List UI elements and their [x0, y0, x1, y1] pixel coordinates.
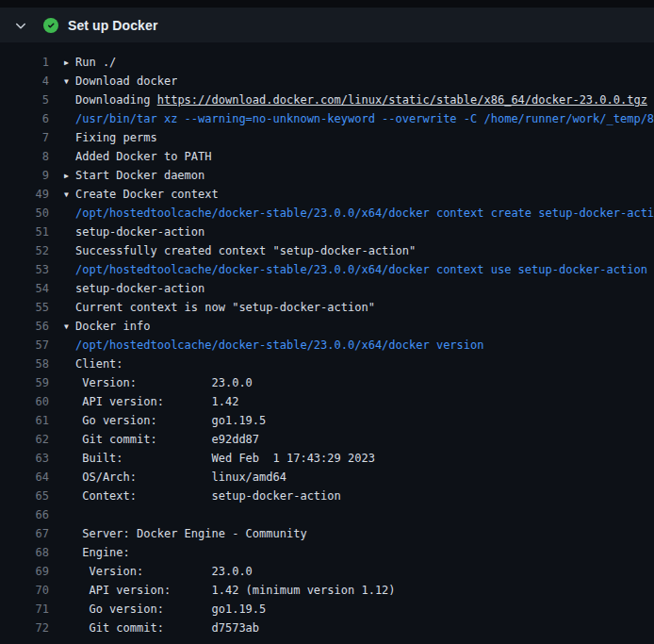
line-number[interactable]: 55 [0, 298, 49, 317]
log-text: Successfully created context "setup-dock… [49, 241, 416, 260]
log-line[interactable]: 1▶Run ./ [0, 53, 654, 72]
log-text: Built: Wed Feb 1 17:43:29 2023 [49, 449, 375, 468]
log-group-header: ▼Download docker [49, 72, 177, 91]
log-text: setup-docker-action [49, 223, 204, 241]
line-number[interactable]: 58 [0, 355, 49, 373]
line-number[interactable]: 53 [0, 260, 49, 279]
log-line[interactable]: 4▼Download docker [0, 72, 654, 91]
line-number[interactable]: 54 [0, 279, 49, 298]
log-line: 58Client: [0, 355, 654, 373]
line-number[interactable]: 9 [0, 166, 49, 185]
log-text: Server: Docker Engine - Community [49, 524, 307, 543]
log-text: API version: 1.42 (minimum version 1.12) [49, 581, 396, 600]
log-group-label: Start Docker daemon [75, 169, 204, 182]
line-number[interactable]: 7 [0, 128, 49, 147]
log-text: Context: setup-docker-action [49, 487, 341, 505]
log-text: Downloading https://download.docker.com/… [49, 91, 647, 109]
log-line: 55Current context is now "setup-docker-a… [0, 298, 654, 317]
chevron-down-icon[interactable] [13, 18, 28, 33]
log-line: 6/usr/bin/tar xz --warning=no-unknown-ke… [0, 109, 654, 128]
log-lines: 1▶Run ./4▼Download docker5Downloading ht… [0, 42, 654, 644]
log-line: 61 Go version: go1.19.5 [0, 411, 654, 430]
line-number[interactable]: 4 [0, 72, 49, 91]
group-expanded-icon: ▼ [64, 186, 75, 204]
line-number[interactable]: 71 [0, 600, 49, 619]
line-number[interactable]: 65 [0, 487, 49, 505]
step-title: Set up Docker [68, 18, 157, 33]
log-text: Fixing perms [49, 128, 157, 147]
line-number[interactable]: 1 [0, 53, 49, 72]
log-line: 57/opt/hostedtoolcache/docker-stable/23.… [0, 336, 654, 355]
log-text: Git commit: d7573ab [49, 619, 259, 637]
log-line: 8Added Docker to PATH [0, 147, 654, 166]
line-number[interactable]: 8 [0, 147, 49, 166]
log-text: Engine: [49, 543, 130, 562]
log-text: Version: 23.0.0 [49, 373, 253, 392]
group-expanded-icon: ▼ [64, 318, 75, 336]
log-line: 54setup-docker-action [0, 279, 654, 298]
log-group-header: ▶Run ./ [49, 53, 116, 72]
log-command-text: /opt/hostedtoolcache/docker-stable/23.0.… [49, 204, 654, 223]
line-number[interactable]: 67 [0, 524, 49, 543]
log-line: 69 Version: 23.0.0 [0, 562, 654, 581]
log-text: Go version: go1.19.5 [49, 411, 266, 430]
log-line: 63 Built: Wed Feb 1 17:43:29 2023 [0, 449, 654, 468]
log-line: 65 Context: setup-docker-action [0, 487, 654, 505]
log-line: 70 API version: 1.42 (minimum version 1.… [0, 581, 654, 600]
log-line: 53/opt/hostedtoolcache/docker-stable/23.… [0, 260, 654, 279]
log-line: 68 Engine: [0, 543, 654, 562]
step-header[interactable]: Set up Docker [0, 8, 654, 42]
log-text: Go version: go1.19.5 [49, 600, 266, 619]
log-group-header: ▶Start Docker daemon [49, 166, 204, 185]
line-number[interactable]: 66 [0, 505, 49, 524]
log-text [49, 505, 75, 524]
log-text: setup-docker-action [49, 279, 204, 298]
line-number[interactable]: 56 [0, 317, 49, 336]
top-strip [0, 0, 654, 8]
log-line[interactable]: 49▼Create Docker context [0, 185, 654, 204]
log-command-text: /opt/hostedtoolcache/docker-stable/23.0.… [49, 260, 647, 279]
line-number[interactable]: 50 [0, 204, 49, 223]
log-line: 64 OS/Arch: linux/amd64 [0, 468, 654, 487]
log-text: Current context is now "setup-docker-act… [49, 298, 375, 317]
group-expanded-icon: ▼ [64, 73, 75, 91]
check-circle-success-icon [43, 18, 58, 33]
log-text: Version: 23.0.0 [49, 562, 253, 581]
log-command-text: /usr/bin/tar xz --warning=no-unknown-key… [49, 109, 654, 128]
group-collapsed-icon: ▶ [64, 167, 75, 185]
log-line: 62 Git commit: e92dd87 [0, 430, 654, 449]
log-line[interactable]: 56▼Docker info [0, 317, 654, 336]
log-line: 52Successfully created context "setup-do… [0, 241, 654, 260]
line-number[interactable]: 51 [0, 223, 49, 241]
log-group-label: Download docker [75, 74, 177, 88]
line-number[interactable]: 60 [0, 392, 49, 411]
line-number[interactable]: 63 [0, 449, 49, 468]
log-line: 51setup-docker-action [0, 223, 654, 241]
log-command-text: /opt/hostedtoolcache/docker-stable/23.0.… [49, 336, 483, 355]
line-number[interactable]: 5 [0, 91, 49, 109]
log-line[interactable]: 9▶Start Docker daemon [0, 166, 654, 185]
log-group-header: ▼Docker info [49, 317, 150, 336]
log-url-link[interactable]: https://download.docker.com/linux/static… [157, 93, 647, 107]
log-group-label: Create Docker context [75, 188, 219, 201]
line-number[interactable]: 57 [0, 336, 49, 355]
log-line: 71 Go version: go1.19.5 [0, 600, 654, 619]
line-number[interactable]: 6 [0, 109, 49, 128]
actions-log-viewer: Set up Docker 1▶Run ./4▼Download docker5… [0, 0, 654, 644]
line-number[interactable]: 59 [0, 373, 49, 392]
line-number[interactable]: 62 [0, 430, 49, 449]
line-number[interactable]: 52 [0, 241, 49, 260]
log-line: 72 Git commit: d7573ab [0, 619, 654, 637]
log-text: OS/Arch: linux/amd64 [49, 468, 286, 487]
log-line: 60 API version: 1.42 [0, 392, 654, 411]
log-group-label: Run ./ [75, 56, 116, 69]
group-collapsed-icon: ▶ [64, 54, 75, 72]
line-number[interactable]: 49 [0, 185, 49, 204]
log-line: 67 Server: Docker Engine - Community [0, 524, 654, 543]
line-number[interactable]: 61 [0, 411, 49, 430]
line-number[interactable]: 70 [0, 581, 49, 600]
line-number[interactable]: 72 [0, 619, 49, 637]
line-number[interactable]: 69 [0, 562, 49, 581]
line-number[interactable]: 68 [0, 543, 49, 562]
line-number[interactable]: 64 [0, 468, 49, 487]
